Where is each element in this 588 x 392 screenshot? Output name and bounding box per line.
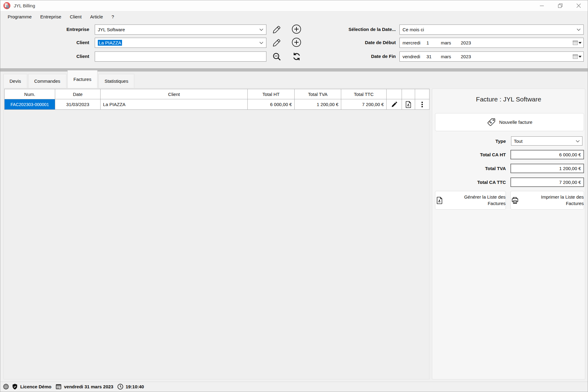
date-start-label: Date de Début [319,40,396,45]
date-end-day: 31 [426,54,441,59]
client-search-label: Client [46,54,89,59]
print-invoice-list-label: Imprimer la Liste des Factures [522,194,584,207]
pencil-icon [273,39,281,47]
status-date: vendredi 31 mars 2023 [64,384,113,389]
client-label: Client [46,40,89,45]
tabstrip: Devis Commandes Factures Statistiques [3,70,135,88]
calendar-dropdown-icon[interactable] [573,54,582,59]
window-controls [533,0,588,11]
tab-devis[interactable]: Devis [3,74,27,88]
restore-button[interactable] [551,0,569,11]
refresh-button[interactable] [291,51,302,62]
invoice-row-more-button[interactable] [415,99,429,109]
search-options-icon [272,52,281,61]
titlebar: JYL Billing [0,0,588,11]
menubar: Programme Entreprise Client Article ? [0,12,588,22]
date-end-label: Date de Fin [319,54,396,59]
column-header-date[interactable]: Date [55,89,100,99]
plus-circle-icon [292,37,301,47]
invoice-row-total-tva[interactable]: 1 200,00 € [295,99,341,109]
column-header-total-ht[interactable]: Total HT [248,89,294,99]
column-header-edit [387,89,402,99]
print-invoice-list-button[interactable]: Imprimer la Liste des Factures [510,191,584,210]
close-button[interactable] [569,0,588,11]
shield-check-icon [12,383,18,390]
menu-entreprise[interactable]: Entreprise [40,14,61,19]
column-header-num[interactable]: Num. [5,89,55,99]
date-end-dayname: vendredi [403,54,426,59]
chevron-down-icon [259,29,263,31]
invoice-list-container: Num. Date Client Total HT Total TVA Tota… [3,88,430,379]
add-client-button[interactable] [291,37,302,48]
client-search-input[interactable] [95,51,266,62]
invoice-table: Num. Date Client Total HT Total TVA Tota… [4,89,430,110]
date-start-dayname: mercredi [403,40,426,45]
total-ca-ht-value: 6 000,00 € [510,150,584,159]
pdf-icon [435,196,444,205]
search-client-button[interactable] [271,51,282,62]
client-combobox[interactable]: La PIAZZA [95,38,266,48]
date-start-month: mars [441,40,461,45]
column-header-client[interactable]: Client [101,89,247,99]
invoice-row-total-ht[interactable]: 6 000,00 € [248,99,294,109]
date-selection-combobox[interactable]: Ce mois ci [399,25,584,35]
date-start-year: 2023 [461,40,471,45]
type-label: Type [463,139,506,144]
app-logo-icon [3,2,11,10]
licence-text: Licence Démo [20,384,52,389]
invoice-row-num[interactable]: FAC202303-000001 [5,99,55,109]
type-value: Tout [514,139,522,144]
kebab-menu-icon [422,101,423,108]
entreprise-combobox[interactable]: JYL Software [95,25,266,35]
statusbar: Licence Démo vendredi 31 mars 2023 19:10… [0,382,588,391]
total-tva-value: 1 200,00 € [510,164,584,173]
total-ca-ht-label: Total CA HT [451,152,506,157]
add-entreprise-button[interactable] [291,24,302,34]
generate-invoice-list-button[interactable]: Générer la Liste des Factures [435,191,506,210]
edit-client-button[interactable] [271,37,282,48]
date-start-day: 1 [426,40,441,45]
invoice-row-date[interactable]: 31/03/2023 [55,99,100,109]
date-selection-value: Ce mois ci [403,27,424,32]
date-end-picker[interactable]: vendredi31mars2023 [399,51,584,62]
type-combobox[interactable]: Tout [511,136,582,146]
calendar-dropdown-icon[interactable] [573,40,582,45]
invoice-row-edit-button[interactable] [387,99,402,109]
new-invoice-label: Nouvelle facture [499,120,532,125]
date-start-picker[interactable]: mercredi1mars2023 [399,38,584,48]
edit-entreprise-button[interactable] [271,24,282,35]
new-invoice-button[interactable]: $ Nouvelle facture [435,113,584,131]
globe-icon [3,383,9,390]
status-time: 19:10:40 [126,384,144,389]
invoice-row-client[interactable]: La PIAZZA [101,99,247,109]
app-window: JYL Billing Programme Entreprise Client … [0,0,588,392]
date-end-month: mars [441,54,461,59]
menu-programme[interactable]: Programme [8,14,32,19]
invoice-row-pdf-button[interactable] [402,99,415,109]
entreprise-label: Entreprise [46,27,89,32]
chevron-down-icon [576,140,580,143]
price-tag-icon: $ [487,117,496,127]
menu-help[interactable]: ? [112,14,114,19]
printer-icon [511,196,519,205]
column-header-total-tva[interactable]: Total TVA [295,89,341,99]
tab-statistiques[interactable]: Statistiques [98,74,135,88]
window-title: JYL Billing [14,3,35,8]
total-ca-ttc-label: Total CA TTC [451,180,506,185]
column-header-total-ttc[interactable]: Total TTC [341,89,386,99]
chevron-down-icon [577,29,581,31]
tab-commandes[interactable]: Commandes [28,74,67,88]
pdf-icon [404,101,412,108]
minimize-button[interactable] [533,0,551,11]
svg-text:$: $ [489,120,493,124]
close-icon [576,3,581,8]
plus-circle-icon [292,24,301,34]
pencil-icon [273,25,281,34]
tab-factures[interactable]: Factures [67,70,97,88]
column-header-more [415,89,429,99]
invoice-row-total-ttc[interactable]: 7 200,00 € [341,99,386,109]
generate-invoice-list-label: Générer la Liste des Factures [447,194,506,207]
facture-panel-title: Facture : JYL Software [432,96,585,103]
menu-client[interactable]: Client [70,14,82,19]
menu-article[interactable]: Article [90,14,103,19]
